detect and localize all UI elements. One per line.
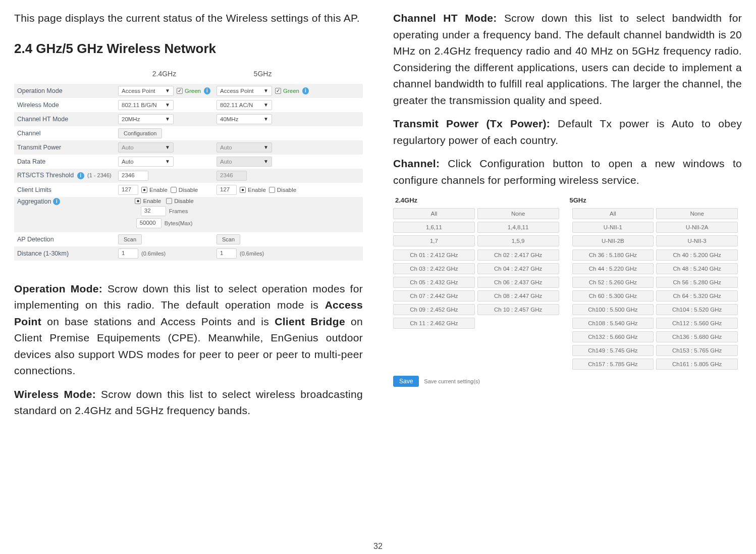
channel-group-24-0[interactable]: All xyxy=(393,208,475,219)
rtscts-24-input[interactable]: 2346 xyxy=(118,171,148,181)
channel-group-5-0[interactable]: All xyxy=(572,208,654,219)
channel-group-24-2[interactable]: 1,6,11 xyxy=(393,222,475,233)
client-limit-5-enable[interactable]: ●Enable xyxy=(240,187,266,193)
channel-5-0[interactable]: Ch 36 : 5.180 GHz xyxy=(572,249,654,261)
aggregation-enable[interactable]: ●Enable xyxy=(135,198,161,204)
channel-24-10[interactable]: Ch 11 : 2.462 GHz xyxy=(393,318,475,329)
paragraph-channel-ht: Channel HT Mode: Scrow down this list to… xyxy=(393,10,742,109)
channel-5-17[interactable]: Ch161 : 5.805 GHz xyxy=(656,359,738,370)
info-icon[interactable]: i xyxy=(204,87,210,94)
chevron-down-icon: ▼ xyxy=(165,102,170,108)
channel-24-4[interactable]: Ch 05 : 2.432 GHz xyxy=(393,277,475,288)
save-button[interactable]: Save xyxy=(393,376,419,387)
scan-button-5[interactable]: Scan xyxy=(217,234,240,244)
channel-24-7[interactable]: Ch 08 : 2.447 GHz xyxy=(477,290,559,301)
client-limit-24-enable[interactable]: ●Enable xyxy=(141,187,168,193)
channel-5-1[interactable]: Ch 40 : 5.200 GHz xyxy=(656,249,738,261)
channel-config-button[interactable]: Configuration xyxy=(118,128,162,138)
operation-mode-5-select[interactable]: Access Point▼ xyxy=(217,86,272,96)
chevron-down-icon: ▼ xyxy=(263,144,268,150)
channel-5-9[interactable]: Ch104 : 5.520 GHz xyxy=(656,304,738,315)
channel-24-0[interactable]: Ch 01 : 2.412 GHz xyxy=(393,249,475,261)
channel-24-9[interactable]: Ch 10 : 2.457 GHz xyxy=(477,304,559,315)
paragraph-wireless-mode: Wireless Mode: Scrow down this list to s… xyxy=(14,386,363,419)
row-label-tx-power: Transmit Power xyxy=(14,144,115,151)
client-limit-5-input[interactable]: 127 xyxy=(217,185,237,195)
channel-header-24: 2.4GHz xyxy=(393,195,568,208)
channel-5-16[interactable]: Ch157 : 5.785 GHz xyxy=(572,359,654,370)
row-label-data-rate: Data Rate xyxy=(14,158,115,165)
channel-config-panel: 2.4GHz 5GHz AllNone1,6,111,4,8,111,71,5,… xyxy=(393,195,742,387)
save-message: Save current setting(s) xyxy=(424,378,480,384)
channel-ht-5-select[interactable]: 40MHz▼ xyxy=(217,114,272,124)
channel-5-14[interactable]: Ch149 : 5.745 GHz xyxy=(572,345,654,356)
green-check-5[interactable]: ✓Green xyxy=(275,88,299,94)
channel-24-1[interactable]: Ch 02 : 2.417 GHz xyxy=(477,249,559,261)
aggregation-bytes-input[interactable]: 50000 xyxy=(136,218,161,228)
channel-24-5[interactable]: Ch 06 : 2.437 GHz xyxy=(477,277,559,288)
info-icon[interactable]: i xyxy=(53,198,60,205)
channel-header-5: 5GHz xyxy=(568,195,742,208)
txpower-24-select[interactable]: Auto▼ xyxy=(118,142,174,153)
channel-group-24-3[interactable]: 1,4,8,11 xyxy=(477,222,559,233)
channel-group-24-1[interactable]: None xyxy=(477,208,559,219)
channel-5-6[interactable]: Ch 60 : 5.300 GHz xyxy=(572,290,654,301)
channel-group-5-5[interactable]: U-NII-3 xyxy=(656,235,738,246)
row-label-wireless-mode: Wireless Mode xyxy=(14,102,115,109)
channel-group-5-3[interactable]: U-NII-2A xyxy=(656,222,738,233)
green-check-24[interactable]: ✓Green xyxy=(177,88,201,94)
aggregation-disable[interactable]: Disable xyxy=(166,198,193,204)
chevron-down-icon: ▼ xyxy=(165,88,170,93)
info-icon[interactable]: i xyxy=(77,172,84,179)
txpower-5-select[interactable]: Auto▼ xyxy=(217,142,272,153)
channel-5-13[interactable]: Ch136 : 5.680 GHz xyxy=(656,331,738,342)
chevron-down-icon: ▼ xyxy=(263,159,268,164)
channel-5-12[interactable]: Ch132 : 5.660 GHz xyxy=(572,331,654,342)
datarate-5-select[interactable]: Auto▼ xyxy=(217,157,272,167)
intro-text: This page displays the current status of… xyxy=(14,10,363,27)
bytes-label: Bytes(Max) xyxy=(165,220,193,226)
channel-5-4[interactable]: Ch 52 : 5.260 GHz xyxy=(572,277,654,288)
chevron-down-icon: ▼ xyxy=(165,144,170,150)
client-limit-24-disable[interactable]: Disable xyxy=(171,187,198,193)
channel-24-8[interactable]: Ch 09 : 2.452 GHz xyxy=(393,304,475,315)
channel-group-5-4[interactable]: U-NII-2B xyxy=(572,235,654,246)
distance-24-input[interactable]: 1 xyxy=(118,248,138,259)
row-label-client-limits: Client Limits xyxy=(14,186,115,193)
row-label-channel: Channel xyxy=(14,130,115,137)
scan-button-24[interactable]: Scan xyxy=(118,234,142,244)
chevron-down-icon: ▼ xyxy=(165,159,170,164)
channel-5-3[interactable]: Ch 48 : 5.240 GHz xyxy=(656,263,738,274)
channel-24-3[interactable]: Ch 04 : 2.427 GHz xyxy=(477,263,559,274)
rtscts-5-input[interactable]: 2346 xyxy=(217,171,247,181)
channel-5-2[interactable]: Ch 44 : 5.220 GHz xyxy=(572,263,654,274)
channel-5-10[interactable]: Ch108 : 5.540 GHz xyxy=(572,318,654,329)
channel-24-6[interactable]: Ch 07 : 2.442 GHz xyxy=(393,290,475,301)
channel-5-7[interactable]: Ch 64 : 5.320 GHz xyxy=(656,290,738,301)
channel-5-8[interactable]: Ch100 : 5.500 GHz xyxy=(572,304,654,315)
wireless-settings-panel: 2.4GHz 5GHz Operation Mode Access Point▼… xyxy=(14,66,363,261)
channel-5-15[interactable]: Ch153 : 5.765 GHz xyxy=(656,345,738,356)
channel-group-24-5[interactable]: 1,5,9 xyxy=(477,235,559,246)
client-limit-24-input[interactable]: 127 xyxy=(118,185,138,195)
distance-5-input[interactable]: 1 xyxy=(217,248,237,259)
operation-mode-24-select[interactable]: Access Point▼ xyxy=(118,86,174,96)
channel-group-5-2[interactable]: U-NII-1 xyxy=(572,222,654,233)
row-label-ap-detection: AP Detection xyxy=(14,236,115,243)
aggregation-frames-input[interactable]: 32 xyxy=(141,206,166,216)
channel-ht-24-select[interactable]: 20MHz▼ xyxy=(118,114,174,124)
info-icon[interactable]: i xyxy=(302,87,309,94)
datarate-24-select[interactable]: Auto▼ xyxy=(118,157,174,167)
channel-group-5-1[interactable]: None xyxy=(656,208,738,219)
col-header-5ghz: 5GHz xyxy=(213,67,312,83)
wireless-mode-24-select[interactable]: 802.11 B/G/N▼ xyxy=(118,100,174,110)
client-limit-5-disable[interactable]: Disable xyxy=(269,187,296,193)
channel-group-24-4[interactable]: 1,7 xyxy=(393,235,475,246)
row-label-rtscts: RTS/CTS Threshold i (1 - 2346) xyxy=(14,172,115,179)
wireless-mode-5-select[interactable]: 802.11 AC/N▼ xyxy=(217,100,272,110)
row-label-operation-mode: Operation Mode xyxy=(14,87,115,94)
channel-5-11[interactable]: Ch112 : 5.560 GHz xyxy=(656,318,738,329)
section-heading: 2.4 GHz/5 GHz Wireless Network xyxy=(14,41,363,57)
channel-5-5[interactable]: Ch 56 : 5.280 GHz xyxy=(656,277,738,288)
channel-24-2[interactable]: Ch 03 : 2.422 GHz xyxy=(393,263,475,274)
